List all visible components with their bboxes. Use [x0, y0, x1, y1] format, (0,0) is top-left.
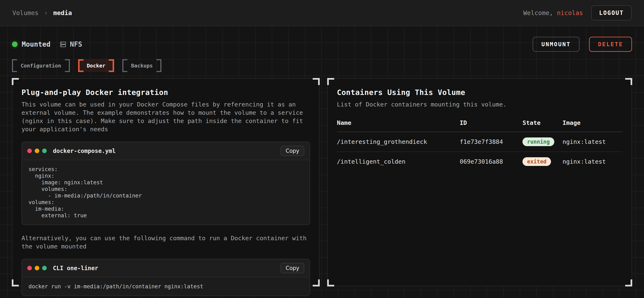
- compose-copy-button[interactable]: Copy: [281, 146, 304, 156]
- status-actions: UNMOUNT DELETE: [532, 37, 632, 52]
- panel-corner-icon: [625, 78, 632, 85]
- docker-integration-panel: Plug-and-play Docker integration This vo…: [12, 78, 320, 286]
- containers-panel: Containers Using This Volume List of Doc…: [327, 78, 632, 286]
- column-header-state: State: [522, 116, 562, 132]
- state-badge: exited: [522, 157, 551, 166]
- breadcrumb-chevron-icon: ›: [44, 9, 48, 17]
- cli-code-card: CLI one-liner Copy docker run -v im-medi…: [22, 259, 310, 296]
- containers-table: NameIDStateImage /interesting_grothendie…: [337, 116, 622, 171]
- cli-intro-text: Alternatively, you can use the following…: [22, 234, 310, 251]
- username: nicolas: [557, 9, 583, 16]
- panel-corner-icon: [625, 280, 632, 287]
- unmount-button[interactable]: UNMOUNT: [532, 37, 580, 52]
- topbar: Volumes › media Welcome, nicolas LOGOUT: [0, 0, 644, 26]
- server-icon: [60, 41, 66, 48]
- panels: Plug-and-play Docker integration This vo…: [12, 78, 632, 286]
- window-dots: [27, 266, 47, 270]
- tab-backups[interactable]: Backups: [122, 59, 162, 72]
- mount-status-label: Mounted: [22, 40, 50, 48]
- cli-code-header: CLI one-liner Copy: [22, 259, 310, 277]
- status-left: Mounted NFS: [12, 40, 82, 48]
- panel-corner-icon: [12, 78, 19, 85]
- cli-copy-button[interactable]: Copy: [281, 263, 304, 273]
- panel-corner-icon: [313, 280, 320, 287]
- window-dot-green-icon: [42, 266, 47, 270]
- window-dot-amber-icon: [35, 266, 39, 270]
- panel-corner-icon: [12, 280, 19, 287]
- container-id-cell: f1e73e7f3884: [460, 132, 522, 152]
- tab-docker[interactable]: Docker: [78, 59, 114, 72]
- panel-corner-icon: [327, 78, 334, 85]
- status-row: Mounted NFS UNMOUNT DELETE: [12, 26, 632, 52]
- containers-panel-title: Containers Using This Volume: [337, 88, 622, 97]
- compose-code: services: nginx: image: nginx:latest vol…: [22, 160, 310, 225]
- topbar-right: Welcome, nicolas LOGOUT: [523, 5, 632, 20]
- breadcrumb-current-volume: media: [53, 9, 72, 16]
- docker-panel-title: Plug-and-play Docker integration: [22, 88, 310, 97]
- volume-type-label: NFS: [70, 40, 82, 48]
- mounted-status-dot-icon: [12, 41, 18, 47]
- container-state-cell: exited: [522, 152, 562, 171]
- window-dots: [27, 149, 47, 153]
- breadcrumb: Volumes › media: [12, 9, 72, 17]
- cli-title: CLI one-liner: [53, 265, 98, 272]
- panel-corner-icon: [327, 280, 334, 287]
- panel-corner-icon: [313, 78, 320, 85]
- delete-button[interactable]: DELETE: [589, 37, 632, 52]
- column-header-image: Image: [562, 116, 622, 132]
- container-state-cell: running: [522, 132, 562, 152]
- tab-configuration[interactable]: Configuration: [12, 59, 70, 72]
- main-area: Mounted NFS UNMOUNT DELETE Configuration…: [0, 26, 644, 298]
- welcome-prefix: Welcome,: [523, 9, 557, 16]
- window-dot-amber-icon: [35, 149, 39, 153]
- container-image-cell: nginx:latest: [562, 132, 622, 152]
- compose-filename: docker-compose.yml: [53, 148, 116, 154]
- containers-table-header-row: NameIDStateImage: [337, 116, 622, 132]
- containers-table-body: /interesting_grothendieckf1e73e7f3884run…: [337, 132, 622, 171]
- compose-code-header: docker-compose.yml Copy: [22, 142, 310, 160]
- welcome-text: Welcome, nicolas: [523, 9, 583, 16]
- window-dot-red-icon: [27, 266, 32, 270]
- column-header-id: ID: [460, 116, 522, 132]
- container-id-cell: 069e73016a88: [460, 152, 522, 171]
- container-name-cell: /intelligent_colden: [337, 152, 460, 171]
- window-dot-green-icon: [42, 149, 47, 153]
- compose-code-card: docker-compose.yml Copy services: nginx:…: [22, 142, 310, 225]
- logout-button[interactable]: LOGOUT: [591, 5, 632, 20]
- window-dot-red-icon: [27, 149, 32, 153]
- breadcrumb-volumes-link[interactable]: Volumes: [12, 9, 38, 16]
- tab-list: ConfigurationDockerBackups: [12, 59, 632, 72]
- docker-panel-description: This volume can be used in your Docker C…: [22, 100, 310, 133]
- volume-type: NFS: [60, 40, 82, 48]
- container-row: /interesting_grothendieckf1e73e7f3884run…: [337, 132, 622, 152]
- state-badge: running: [522, 138, 554, 146]
- container-name-cell: /interesting_grothendieck: [337, 132, 460, 152]
- cli-code: docker run -v im-media:/path/in/containe…: [22, 277, 310, 296]
- container-image-cell: nginx:latest: [562, 152, 622, 171]
- containers-panel-description: List of Docker containers mounting this …: [337, 100, 622, 109]
- mount-status: Mounted: [12, 40, 50, 48]
- column-header-name: Name: [337, 116, 460, 132]
- container-row: /intelligent_colden069e73016a88exitedngi…: [337, 152, 622, 171]
